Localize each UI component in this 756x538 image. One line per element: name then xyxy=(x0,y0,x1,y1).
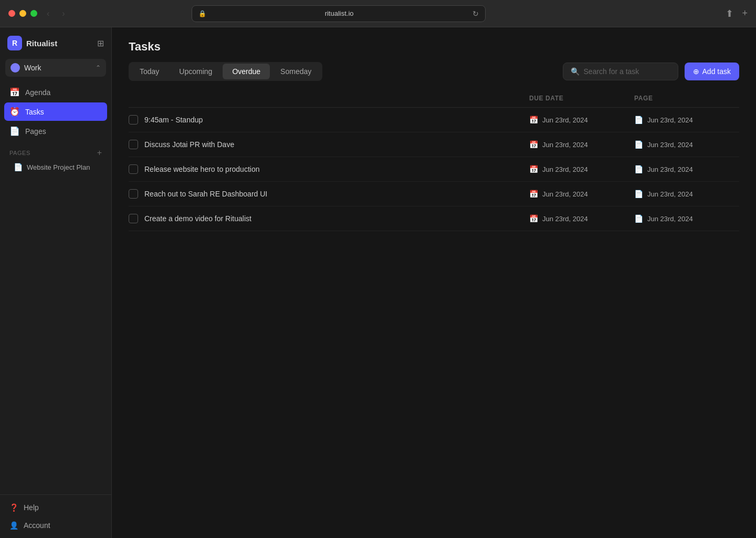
table-header: DUE DATE PAGE xyxy=(129,89,739,108)
task-table: DUE DATE PAGE 9:45am - Standup 📅 Jun 23r… xyxy=(112,89,756,538)
tab-overdue[interactable]: Overdue xyxy=(223,64,270,79)
tab-today[interactable]: Today xyxy=(130,64,169,79)
doc-icon: 📄 xyxy=(634,116,643,124)
task-due-date-1: 📅 Jun 23rd, 2024 xyxy=(529,116,634,124)
back-button[interactable]: ‹ xyxy=(44,8,52,19)
minimize-button[interactable] xyxy=(19,10,26,17)
share-button[interactable]: ⬆ xyxy=(726,8,733,19)
chevron-icon: ⌃ xyxy=(96,64,101,71)
search-icon: 🔍 xyxy=(571,67,580,76)
task-left: Create a demo video for Ritualist xyxy=(129,214,529,223)
app: R Ritualist ⊞ Work ⌃ 📅 Agenda ⏰ Tasks xyxy=(0,27,756,538)
toolbar-right: 🔍 ⊕ Add task xyxy=(563,63,739,80)
page-label: Website Project Plan xyxy=(27,163,90,171)
task-left: Reach out to Sarah RE Dashboard UI xyxy=(129,189,529,199)
col-header-due-date: DUE DATE xyxy=(529,95,634,102)
main-content: Tasks Today Upcoming Overdue Someday 🔍 ⊕ xyxy=(112,27,756,538)
calendar-icon: 📅 xyxy=(529,116,538,124)
task-due-date-2: 📅 Jun 23rd, 2024 xyxy=(529,140,634,149)
table-row: Discuss Jotai PR with Dave 📅 Jun 23rd, 2… xyxy=(129,132,739,157)
help-icon: ❓ xyxy=(9,503,18,512)
sidebar-nav: 📅 Agenda ⏰ Tasks 📄 Pages xyxy=(0,81,111,142)
sidebar-logo: R Ritualist ⊞ xyxy=(0,27,111,59)
logo-area: R Ritualist xyxy=(7,36,57,50)
workspace-selector[interactable]: Work ⌃ xyxy=(5,59,106,77)
task-page-4: 📄 Jun 23rd, 2024 xyxy=(634,190,739,198)
task-checkbox-5[interactable] xyxy=(129,214,138,223)
add-task-button[interactable]: ⊕ Add task xyxy=(685,63,739,80)
task-page-1: 📄 Jun 23rd, 2024 xyxy=(634,116,739,124)
account-icon: 👤 xyxy=(9,521,18,530)
task-page-5: 📄 Jun 23rd, 2024 xyxy=(634,214,739,223)
task-left: Discuss Jotai PR with Dave xyxy=(129,140,529,149)
doc-icon: 📄 xyxy=(634,214,643,223)
sidebar-page-website-project-plan[interactable]: 📄 Website Project Plan xyxy=(4,159,107,175)
sidebar-toggle-button[interactable]: ⊞ xyxy=(97,38,104,48)
traffic-lights xyxy=(8,10,37,17)
page-title: Tasks xyxy=(129,40,739,54)
workspace-dot xyxy=(10,63,20,73)
doc-icon: 📄 xyxy=(634,165,643,173)
tab-group: Today Upcoming Overdue Someday xyxy=(129,62,322,81)
task-label-4: Reach out to Sarah RE Dashboard UI xyxy=(144,190,267,198)
task-label-2: Discuss Jotai PR with Dave xyxy=(144,140,234,149)
close-button[interactable] xyxy=(8,10,15,17)
help-label: Help xyxy=(24,503,39,512)
calendar-icon: 📅 xyxy=(529,140,538,149)
table-row: Create a demo video for Ritualist 📅 Jun … xyxy=(129,206,739,231)
agenda-icon: 📅 xyxy=(9,87,20,97)
task-due-date-4: 📅 Jun 23rd, 2024 xyxy=(529,190,634,198)
sidebar-item-account[interactable]: 👤 Account xyxy=(4,517,107,534)
tab-upcoming[interactable]: Upcoming xyxy=(170,64,222,79)
url-text: ritualist.io xyxy=(211,9,468,17)
doc-icon: 📄 xyxy=(634,140,643,149)
page-doc-icon: 📄 xyxy=(14,163,23,171)
account-label: Account xyxy=(24,521,50,530)
sidebar: R Ritualist ⊞ Work ⌃ 📅 Agenda ⏰ Tasks xyxy=(0,27,112,538)
sidebar-item-agenda[interactable]: 📅 Agenda xyxy=(4,83,107,101)
sidebar-item-label: Pages xyxy=(25,127,46,136)
search-input[interactable] xyxy=(584,67,670,76)
add-page-button[interactable]: + xyxy=(97,149,102,157)
task-left: 9:45am - Standup xyxy=(129,115,529,125)
sidebar-item-pages[interactable]: 📄 Pages xyxy=(4,122,107,140)
sidebar-item-label: Tasks xyxy=(25,108,44,116)
sidebar-item-label: Agenda xyxy=(25,88,50,97)
doc-icon: 📄 xyxy=(634,190,643,198)
tab-someday[interactable]: Someday xyxy=(271,64,321,79)
task-due-date-5: 📅 Jun 23rd, 2024 xyxy=(529,214,634,223)
app-logo-icon: R xyxy=(7,36,22,50)
task-label-1: 9:45am - Standup xyxy=(144,116,203,124)
task-label-5: Create a demo video for Ritualist xyxy=(144,214,251,223)
task-checkbox-2[interactable] xyxy=(129,140,138,149)
new-tab-button[interactable]: + xyxy=(742,8,748,19)
reload-button[interactable]: ↻ xyxy=(472,9,479,18)
task-page-2: 📄 Jun 23rd, 2024 xyxy=(634,140,739,149)
toolbar: Today Upcoming Overdue Someday 🔍 ⊕ Add t… xyxy=(129,62,739,81)
forward-button[interactable]: › xyxy=(59,8,68,19)
sidebar-item-help[interactable]: ❓ Help xyxy=(4,499,107,516)
sidebar-bottom: ❓ Help 👤 Account xyxy=(0,494,111,538)
task-checkbox-3[interactable] xyxy=(129,164,138,174)
calendar-icon: 📅 xyxy=(529,190,538,198)
task-checkbox-4[interactable] xyxy=(129,189,138,199)
maximize-button[interactable] xyxy=(30,10,37,17)
pages-section: Pages + xyxy=(0,142,111,159)
search-box[interactable]: 🔍 xyxy=(563,63,678,80)
task-due-date-3: 📅 Jun 23rd, 2024 xyxy=(529,165,634,173)
task-label-3: Release website hero to production xyxy=(144,165,259,173)
col-header-task xyxy=(129,95,529,102)
table-row: Reach out to Sarah RE Dashboard UI 📅 Jun… xyxy=(129,182,739,206)
sidebar-item-tasks[interactable]: ⏰ Tasks xyxy=(4,102,107,121)
workspace-name: Work xyxy=(24,64,41,72)
task-page-3: 📄 Jun 23rd, 2024 xyxy=(634,165,739,173)
table-row: Release website hero to production 📅 Jun… xyxy=(129,157,739,182)
app-name: Ritualist xyxy=(26,39,57,48)
pages-icon: 📄 xyxy=(9,126,20,136)
url-bar[interactable]: 🔒 ritualist.io ↻ xyxy=(192,5,486,22)
table-row: 9:45am - Standup 📅 Jun 23rd, 2024 📄 Jun … xyxy=(129,108,739,132)
task-checkbox-1[interactable] xyxy=(129,115,138,125)
calendar-icon: 📅 xyxy=(529,214,538,223)
col-header-page: PAGE xyxy=(634,95,739,102)
main-header: Tasks Today Upcoming Overdue Someday 🔍 ⊕ xyxy=(112,27,756,89)
